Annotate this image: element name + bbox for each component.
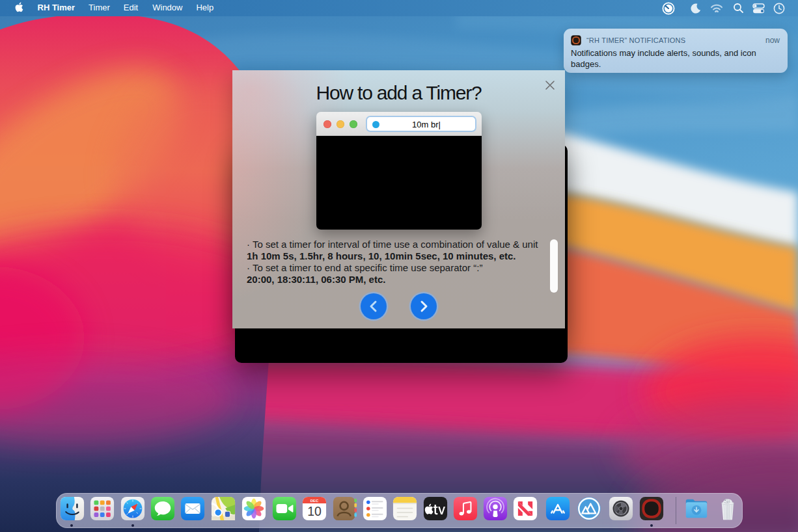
svg-text:10: 10 [307, 504, 322, 518]
svg-text:DEC: DEC [310, 499, 319, 503]
